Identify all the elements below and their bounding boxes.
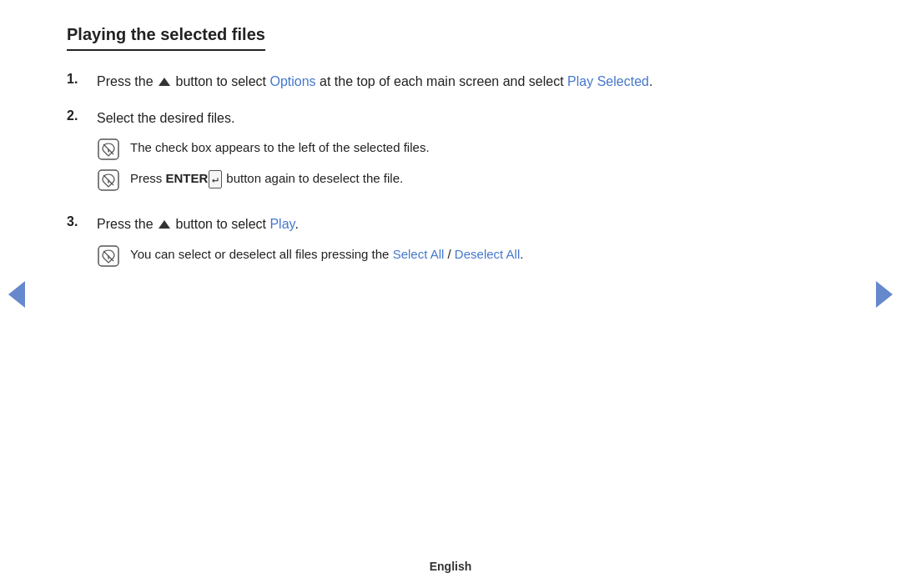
step-3: 3. Press the button to select Play. bbox=[67, 214, 834, 274]
triangle-up-icon-1 bbox=[159, 78, 170, 86]
step-2-notes: The check box appears to the left of the… bbox=[97, 137, 834, 192]
note-item-3: You can select or deselect all files pre… bbox=[97, 244, 834, 268]
enter-key-icon: ↵ bbox=[209, 170, 222, 188]
step-2: 2. Select the desired files. bbox=[67, 108, 834, 199]
select-all-link[interactable]: Select All bbox=[393, 247, 445, 261]
step-1-text: Press the button to select Options at th… bbox=[97, 74, 652, 88]
deselect-all-link[interactable]: Deselect All bbox=[455, 247, 520, 261]
note-icon-2 bbox=[97, 168, 123, 192]
note-item-1: The check box appears to the left of the… bbox=[97, 137, 834, 161]
options-link[interactable]: Options bbox=[269, 74, 315, 88]
note-item-2: Press ENTER↵ button again to deselect th… bbox=[97, 168, 834, 192]
step-3-notes: You can select or deselect all files pre… bbox=[97, 244, 834, 268]
steps-list: 1. Press the button to select Options at… bbox=[67, 71, 834, 274]
page-footer: English bbox=[0, 560, 901, 588]
nav-arrow-right[interactable] bbox=[876, 281, 893, 308]
nav-arrow-left[interactable] bbox=[8, 281, 25, 308]
step-2-content: Select the desired files. bbox=[97, 108, 834, 199]
note-text-1: The check box appears to the left of the… bbox=[130, 137, 430, 158]
step-3-text: Press the button to select Play. bbox=[97, 217, 299, 231]
step-1-number: 1. bbox=[67, 71, 97, 87]
note-text-3: You can select or deselect all files pre… bbox=[130, 244, 523, 264]
note-icon-1 bbox=[97, 138, 123, 161]
footer-language: English bbox=[430, 560, 472, 573]
step-3-content: Press the button to select Play. bbox=[97, 214, 834, 274]
triangle-up-icon-3 bbox=[159, 220, 170, 229]
step-2-number: 2. bbox=[67, 108, 97, 123]
play-link[interactable]: Play bbox=[269, 217, 294, 231]
note-text-2: Press ENTER↵ button again to deselect th… bbox=[130, 168, 403, 188]
play-selected-link[interactable]: Play Selected bbox=[567, 74, 649, 88]
page-container: Playing the selected files 1. Press the … bbox=[0, 0, 901, 588]
step-1-content: Press the button to select Options at th… bbox=[97, 71, 834, 93]
step-1: 1. Press the button to select Options at… bbox=[67, 71, 834, 93]
content-area: Playing the selected files 1. Press the … bbox=[0, 0, 901, 560]
step-2-text: Select the desired files. bbox=[97, 111, 234, 125]
note-icon-3 bbox=[97, 244, 123, 268]
page-title: Playing the selected files bbox=[67, 25, 265, 51]
step-3-number: 3. bbox=[67, 214, 97, 229]
